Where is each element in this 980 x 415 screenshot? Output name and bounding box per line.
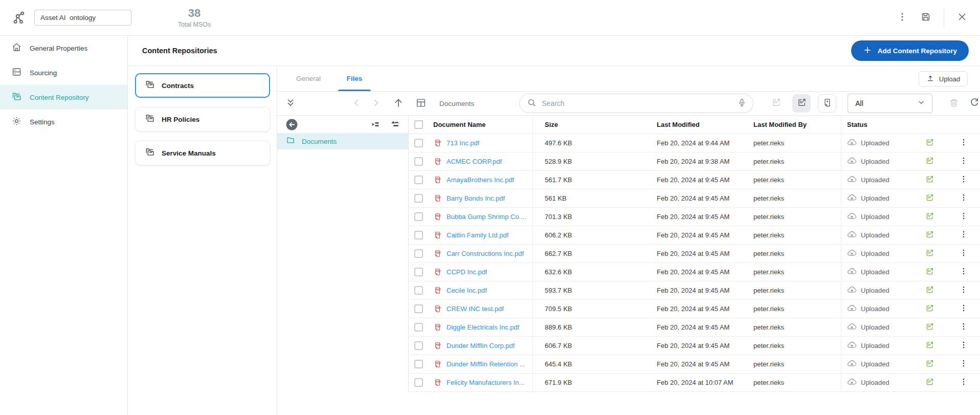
column-header-size[interactable]: Size — [545, 121, 558, 128]
row-export-button[interactable] — [925, 377, 934, 388]
document-link[interactable]: Dunder Mifflin Corp.pdf — [447, 342, 515, 350]
row-checkbox[interactable] — [414, 323, 423, 332]
row-export-button[interactable] — [925, 267, 934, 278]
save-button[interactable] — [920, 11, 931, 24]
document-link[interactable]: Felicity Manufacturers In... — [447, 379, 524, 386]
row-export-button[interactable] — [925, 322, 934, 333]
tree-collapse-all-button[interactable] — [370, 119, 381, 129]
export-all-button[interactable] — [792, 94, 811, 113]
table-view-button[interactable] — [415, 97, 427, 110]
document-link[interactable]: Diggle Electricals Inc.pdf — [447, 323, 519, 331]
column-header-status[interactable]: Status — [847, 121, 867, 128]
row-checkbox[interactable] — [414, 341, 423, 350]
tab-general[interactable]: General — [285, 66, 331, 91]
document-summary-button[interactable] — [818, 94, 836, 113]
document-link[interactable]: Caitlin Family Ltd.pdf — [447, 231, 508, 239]
search-input[interactable] — [542, 99, 732, 107]
table-row: AmayaBrothers Inc.pdf 561.7 KB Feb 20, 2… — [409, 171, 980, 189]
row-menu-button[interactable] — [959, 193, 968, 204]
row-menu-button[interactable] — [959, 267, 968, 277]
status-label: Uploaded — [861, 323, 889, 331]
navigate-forward-button[interactable] — [370, 97, 382, 110]
sidebar-item-sourcing[interactable]: Sourcing — [0, 60, 127, 85]
repository-card-hr-policies[interactable]: HR Policies — [135, 107, 270, 132]
status-filter-select[interactable]: All — [848, 94, 932, 113]
row-menu-button[interactable] — [959, 303, 968, 314]
add-content-repository-button[interactable]: Add Content Repository — [851, 40, 969, 61]
row-menu-button[interactable] — [959, 359, 968, 369]
tree-back-button[interactable] — [285, 118, 298, 131]
row-menu-button[interactable] — [959, 211, 968, 222]
sidebar-item-settings[interactable]: Settings — [0, 110, 127, 134]
table-body: 713 Inc.pdf 497.6 KB Feb 20, 2024 at 9:4… — [409, 134, 980, 392]
row-menu-button[interactable] — [959, 340, 968, 351]
document-link[interactable]: ACMEC CORP.pdf — [447, 158, 502, 165]
column-header-last-modified[interactable]: Last Modified — [657, 121, 700, 128]
row-checkbox[interactable] — [414, 286, 423, 295]
row-checkbox[interactable] — [414, 157, 423, 166]
document-link[interactable]: 713 Inc.pdf — [447, 139, 479, 147]
ontology-name-input[interactable] — [34, 10, 131, 26]
document-link[interactable]: Barry Bonds Inc.pdf — [447, 194, 505, 202]
document-link[interactable]: Bubba Gump Shrimp Co.... — [447, 213, 526, 221]
column-header-last-modified-by[interactable]: Last Modified By — [753, 121, 807, 128]
sidebar-item-content-repository[interactable]: Content Repository — [0, 85, 127, 110]
row-checkbox[interactable] — [414, 378, 423, 387]
refresh-button[interactable] — [968, 97, 980, 110]
row-export-button[interactable] — [925, 285, 934, 296]
row-menu-button[interactable] — [959, 156, 968, 167]
overflow-menu-button[interactable] — [897, 11, 908, 24]
document-link[interactable]: Dunder Mifflin Retention ... — [447, 360, 525, 368]
arrow-up-icon — [393, 97, 404, 110]
last-modified: Feb 20, 2024 at 9:45 AM — [645, 281, 743, 299]
search-box[interactable] — [519, 94, 753, 113]
row-export-button[interactable] — [925, 248, 934, 259]
row-checkbox[interactable] — [414, 139, 423, 147]
row-export-button[interactable] — [925, 138, 934, 149]
repository-card-contracts[interactable]: Contracts — [135, 73, 270, 98]
document-link[interactable]: Cecile Inc.pdf — [447, 287, 487, 294]
mic-icon[interactable] — [737, 98, 747, 110]
up-one-level-button[interactable] — [392, 97, 405, 110]
sidebar-item-general-properties[interactable]: General Properties — [0, 36, 127, 60]
tab-files[interactable]: Files — [331, 66, 377, 91]
row-checkbox[interactable] — [414, 231, 423, 239]
repository-card-service-manuals[interactable]: Service Manuals — [135, 141, 270, 165]
document-link[interactable]: CCPD Inc.pdf — [447, 268, 487, 276]
row-checkbox[interactable] — [414, 268, 423, 276]
row-export-button[interactable] — [925, 174, 934, 186]
row-checkbox[interactable] — [414, 249, 423, 258]
row-export-button[interactable] — [925, 211, 934, 223]
row-menu-button[interactable] — [959, 174, 968, 185]
row-checkbox[interactable] — [414, 212, 423, 221]
row-export-button[interactable] — [925, 193, 934, 204]
document-link[interactable]: AmayaBrothers Inc.pdf — [447, 176, 514, 184]
collapse-panel-button[interactable] — [284, 97, 297, 110]
row-menu-button[interactable] — [959, 230, 968, 241]
row-checkbox[interactable] — [414, 176, 423, 184]
row-menu-button[interactable] — [959, 248, 968, 259]
row-checkbox[interactable] — [414, 304, 423, 313]
row-export-button[interactable] — [925, 359, 934, 370]
document-link[interactable]: CREW INC test.pdf — [447, 305, 504, 313]
row-menu-button[interactable] — [959, 138, 968, 148]
tree-node-documents[interactable]: Documents — [277, 133, 408, 149]
row-export-button[interactable] — [925, 303, 934, 315]
row-export-button[interactable] — [925, 156, 934, 167]
row-export-button[interactable] — [925, 230, 934, 241]
row-menu-button[interactable] — [959, 377, 968, 388]
row-export-button[interactable] — [925, 340, 934, 352]
navigate-back-button[interactable] — [350, 97, 363, 110]
close-button[interactable] — [956, 11, 968, 24]
tree-expand-all-button[interactable] — [390, 119, 400, 129]
document-link[interactable]: Carr Constructions Inc.pdf — [447, 250, 524, 257]
row-menu-button[interactable] — [959, 322, 968, 333]
delete-button[interactable] — [948, 97, 960, 110]
select-all-checkbox[interactable] — [414, 120, 423, 129]
export-selected-button[interactable] — [767, 94, 785, 113]
row-checkbox[interactable] — [414, 194, 423, 203]
row-menu-button[interactable] — [959, 285, 968, 296]
column-header-document-name[interactable]: Document Name — [433, 121, 486, 128]
row-checkbox[interactable] — [414, 360, 423, 368]
upload-button[interactable]: Upload — [919, 71, 968, 86]
